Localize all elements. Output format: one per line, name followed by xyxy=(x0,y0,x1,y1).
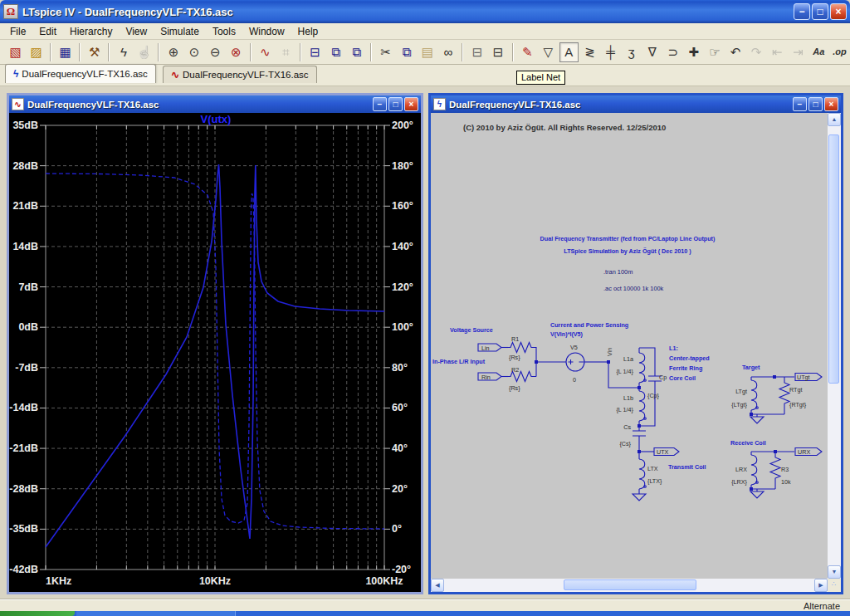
wire-icon[interactable]: ✎ xyxy=(518,42,537,62)
run-icon[interactable]: ϟ xyxy=(114,42,133,62)
control-panel-icon[interactable]: ⚒ xyxy=(85,42,104,62)
schematic-close-button[interactable]: × xyxy=(824,97,838,111)
status-text: Alternate xyxy=(804,601,840,611)
tab-waveform[interactable]: ∿ DualFrequencyVLF-TX16.asc xyxy=(163,66,317,83)
schematic-canvas[interactable]: Lin Rin UTX URX UTgt R1 {Rs} R2 {Rs} V5 … xyxy=(431,113,828,579)
component-label: LTX xyxy=(647,465,658,472)
waveform-pane-icon[interactable]: ∿ xyxy=(256,42,275,62)
plot-maximize-button[interactable]: □ xyxy=(388,97,403,111)
inductor-l1a[interactable] xyxy=(639,353,645,383)
ground-icon[interactable]: ▽ xyxy=(539,42,558,62)
print-setup-icon[interactable]: ⊟ xyxy=(467,42,486,62)
voltage-source-v5[interactable] xyxy=(566,353,608,371)
trace-title[interactable]: V(utx) xyxy=(201,113,232,125)
y-axis-label-left: -28dB xyxy=(9,483,38,495)
scroll-up-button[interactable]: ▲ xyxy=(828,113,841,126)
capacitor-cs[interactable] xyxy=(633,431,646,436)
plot-window-titlebar[interactable]: ∿ DualFrequencyVLF-TX16.asc − □ × xyxy=(9,95,421,113)
port-label: URX xyxy=(798,448,810,456)
menu-window[interactable]: Window xyxy=(242,24,291,39)
title-bar[interactable]: Ω LTspice IV - DualFrequencyVLF-TX16.asc… xyxy=(0,0,850,23)
cascade-icon[interactable]: ⧉ xyxy=(347,42,366,62)
scroll-left-button[interactable]: ◀ xyxy=(431,579,444,592)
plot-window[interactable]: ∿ DualFrequencyVLF-TX16.asc − □ × 35dB20… xyxy=(7,93,423,594)
new-schematic-icon[interactable]: ▧ xyxy=(6,42,25,62)
component-label: Cp xyxy=(659,374,667,381)
menu-view[interactable]: View xyxy=(119,24,154,39)
zoom-out-icon[interactable]: ⊖ xyxy=(206,42,225,62)
y-axis-label-left: -35dB xyxy=(9,523,38,535)
close-button[interactable]: × xyxy=(830,3,847,20)
capacitor-icon[interactable]: ╪ xyxy=(601,42,620,62)
component-label: LTgt xyxy=(735,388,747,395)
inductor-icon[interactable]: ʒ xyxy=(622,42,641,62)
zoom-fit-icon[interactable]: ⊗ xyxy=(227,42,246,62)
minimize-button[interactable]: − xyxy=(794,3,810,20)
menu-hierarchy[interactable]: Hierarchy xyxy=(63,24,119,39)
spice-directive-ac: .ac oct 10000 1k 100k xyxy=(603,285,664,292)
copy-icon[interactable]: ⧉ xyxy=(397,42,416,62)
scroll-down-button[interactable]: ▼ xyxy=(828,565,841,579)
plot-close-button[interactable]: × xyxy=(404,97,418,111)
label-net-icon[interactable]: A xyxy=(559,42,579,62)
menu-tools[interactable]: Tools xyxy=(206,24,242,39)
zoom-in-icon[interactable]: ⊕ xyxy=(164,42,183,62)
tile-vertical-icon[interactable]: ⧉ xyxy=(326,42,345,62)
restore-button[interactable]: □ xyxy=(812,3,828,20)
resize-gripper[interactable]: ∴ xyxy=(828,579,841,592)
taskbar-button[interactable] xyxy=(76,611,236,616)
resistor-r1[interactable] xyxy=(508,343,533,353)
windows-taskbar[interactable] xyxy=(0,611,850,616)
menu-help[interactable]: Help xyxy=(291,24,325,39)
menu-file[interactable]: File xyxy=(3,24,32,39)
schematic-window[interactable]: ϟ DualFrequencyVLF-TX16.asc − □ × xyxy=(428,93,843,594)
vertical-scroll-thumb[interactable] xyxy=(828,134,839,384)
schematic-window-titlebar[interactable]: ϟ DualFrequencyVLF-TX16.asc − □ × xyxy=(431,95,841,113)
plot-minimize-button[interactable]: − xyxy=(373,97,387,111)
paste-icon[interactable]: ▤ xyxy=(418,42,437,62)
tab-schematic[interactable]: ϟ DualFrequencyVLF-TX16.asc xyxy=(5,64,156,83)
schematic-maximize-button[interactable]: □ xyxy=(808,97,823,111)
diode-icon[interactable]: ∇ xyxy=(642,42,662,62)
move-icon[interactable]: ✚ xyxy=(684,42,703,62)
start-button[interactable] xyxy=(0,611,75,616)
capacitor-cp[interactable] xyxy=(639,348,662,426)
waveform-pane[interactable]: 35dB200°28dB180°21dB160°14dB140°7dB120°0… xyxy=(9,113,421,592)
inductor-l1b[interactable] xyxy=(639,391,645,421)
target-circuit[interactable] xyxy=(750,374,822,424)
horizontal-scrollbar[interactable]: ◀ ▶ xyxy=(431,579,828,592)
tile-horizontal-icon[interactable]: ⊟ xyxy=(305,42,325,62)
save-icon[interactable]: ▦ xyxy=(56,42,75,62)
resistor-icon[interactable]: ≷ xyxy=(580,42,599,62)
component-label: V5 xyxy=(570,344,578,351)
schematic-comment: Dual Frequency Transmitter (fed from PC/… xyxy=(540,235,716,242)
spice-directive-icon[interactable]: .op xyxy=(830,42,849,62)
y-axis-label-right: 0° xyxy=(392,523,402,535)
y-axis-label-right: 40° xyxy=(392,442,408,454)
component-value: {Cs} xyxy=(619,440,631,447)
open-icon[interactable]: ▨ xyxy=(27,42,46,62)
cut-icon[interactable]: ✂ xyxy=(376,42,395,62)
y-axis-label-right: 100° xyxy=(392,321,413,333)
drag-icon[interactable]: ☞ xyxy=(705,42,724,62)
menu-edit[interactable]: Edit xyxy=(32,24,63,39)
component-icon[interactable]: ⊃ xyxy=(663,42,682,62)
ltspice-main-window: Ω LTspice IV - DualFrequencyVLF-TX16.asc… xyxy=(0,0,850,616)
component-label: R2 xyxy=(511,366,519,374)
toolbar-separator xyxy=(50,43,51,61)
annotation: Center-tapped xyxy=(669,354,710,362)
schematic-minimize-button[interactable]: − xyxy=(793,97,807,111)
bode-plot[interactable]: 35dB200°28dB180°21dB160°14dB140°7dB120°0… xyxy=(9,113,421,592)
undo-icon[interactable]: ↶ xyxy=(726,42,745,62)
zoom-back-icon[interactable]: ⊙ xyxy=(185,42,204,62)
inductor-ltx[interactable] xyxy=(639,459,645,489)
ground-symbol[interactable] xyxy=(633,494,646,501)
text-icon[interactable]: Aa xyxy=(809,42,828,62)
horizontal-scroll-thumb[interactable] xyxy=(564,579,696,590)
schematic-drawing[interactable]: Lin Rin UTX URX UTgt R1 {Rs} R2 {Rs} V5 … xyxy=(431,113,828,579)
menu-simulate[interactable]: Simulate xyxy=(154,24,206,39)
find-icon[interactable]: ∞ xyxy=(438,42,457,62)
print-icon[interactable]: ⊟ xyxy=(489,42,508,62)
scroll-right-button[interactable]: ▶ xyxy=(814,579,828,592)
vertical-scrollbar[interactable]: ▲ ▼ xyxy=(828,113,841,579)
